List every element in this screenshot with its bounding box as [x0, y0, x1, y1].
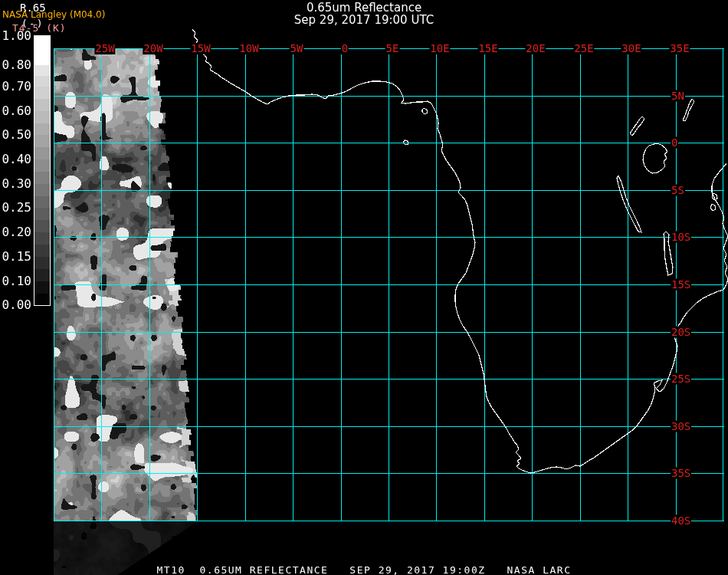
longitude-label: 20W: [143, 43, 163, 54]
satellite-imagery-swath: [54, 48, 207, 575]
latitude-label: 0: [671, 137, 678, 149]
longitude-label: 35E: [669, 43, 690, 54]
colorbar-tick-label: 0.10: [0, 275, 31, 288]
grid-parallel-line: [54, 143, 724, 143]
latitude-label: 5S: [671, 185, 685, 196]
colorbar-segment: [34, 51, 50, 65]
grid-parallel-line: [54, 332, 724, 333]
colorbar-segment: [34, 111, 50, 123]
grid-parallel-line: [54, 521, 724, 521]
colorbar-tick-label: 0.50: [0, 129, 31, 141]
colorbar-segment: [34, 208, 50, 220]
product-units-label: (-): [21, 18, 44, 29]
colorbar-segment: [34, 269, 50, 281]
colorbar-segment: [34, 123, 50, 135]
page-subtitle: Sep 29, 2017 19:00 UTC: [0, 14, 728, 26]
longitude-label: 25W: [94, 43, 115, 54]
colorbar-tick-label: 0.25: [0, 202, 31, 214]
footer-caption: MT10 0.65UM REFLECTANCE SEP 29, 2017 19:…: [0, 564, 728, 575]
satellite-product-page: 0.65um Reflectance Sep 29, 2017 19:00 UT…: [0, 0, 728, 575]
colorbar-tick-label: 0.60: [0, 105, 31, 117]
colorbar-segment: [34, 281, 50, 294]
longitude-label: 10W: [238, 43, 259, 54]
colorbar-tick-label: 0.70: [0, 80, 31, 93]
longitude-label: 20E: [525, 43, 546, 54]
longitude-label: 5W: [290, 43, 304, 54]
colorbar-tick-label: 0.20: [0, 226, 31, 238]
colorbar-segment: [34, 196, 50, 208]
coastline-zanzibar-island: [710, 204, 716, 211]
colorbar-segment: [34, 76, 50, 87]
coastline-lake-tanganyika: [617, 176, 641, 232]
longitude-label: 5E: [385, 43, 400, 54]
colorbar-segment: [34, 147, 50, 159]
grid-parallel-line: [54, 237, 724, 238]
latitude-label: 15S: [671, 279, 691, 291]
grid-parallel-line: [54, 426, 724, 427]
colorbar-segment: [34, 36, 50, 51]
colorbar-segment: [34, 184, 50, 196]
latitude-label: 40S: [671, 515, 691, 527]
longitude-label: 15W: [190, 43, 211, 54]
product-label: R.65: [20, 2, 46, 14]
latitude-label: 20S: [671, 327, 691, 338]
colorbar-segment: [34, 245, 50, 257]
latitude-label: 5N: [671, 90, 685, 102]
colorbar-segment: [34, 159, 50, 172]
colorbar-segment: [34, 87, 50, 99]
coastline-bioko-island: [422, 108, 428, 114]
grid-parallel-line: [54, 473, 724, 474]
latitude-label: 25S: [671, 373, 691, 385]
grid-parallel-line: [54, 190, 724, 191]
coastline-lake-albert: [630, 117, 644, 136]
coastline-lake-turkana: [683, 99, 694, 121]
colorbar-segment: [34, 232, 50, 245]
grid-parallel-line: [54, 284, 724, 285]
colorbar-segment: [34, 220, 50, 232]
colorbar-segment: [34, 135, 50, 147]
grid-parallel-line: [54, 379, 724, 380]
colorbar-segment: [34, 172, 50, 184]
grid-parallel-line: [54, 96, 724, 97]
colorbar-tick-label: 0.30: [0, 178, 31, 190]
longitude-label: 15E: [477, 43, 498, 54]
colorbar: [34, 36, 50, 305]
colorbar-tick-label: 0.80: [0, 59, 31, 71]
colorbar-tick-label: 0.15: [0, 251, 31, 263]
longitude-label: 30E: [621, 43, 641, 54]
longitude-label: 25E: [573, 43, 594, 54]
colorbar-tick-label: 0.40: [0, 153, 31, 166]
latitude-label: 30S: [671, 421, 691, 432]
coastline-lake-victoria: [643, 143, 667, 173]
longitude-label: 0: [341, 43, 349, 54]
longitude-label: 10E: [429, 43, 450, 54]
header: 0.65um Reflectance Sep 29, 2017 19:00 UT…: [0, 2, 728, 26]
colorbar-segment: [34, 99, 50, 111]
latitude-label: 10S: [671, 232, 691, 243]
coastline-pemba-island: [712, 193, 717, 200]
colorbar-tick-label: 0.00: [0, 299, 31, 311]
colorbar-segment: [34, 294, 50, 305]
latitude-label: 35S: [671, 468, 691, 479]
colorbar-segment: [34, 65, 50, 76]
page-title: 0.65um Reflectance: [0, 2, 728, 14]
colorbar-segment: [34, 257, 50, 269]
source-label: NASA Langley (M04.0): [2, 9, 105, 20]
